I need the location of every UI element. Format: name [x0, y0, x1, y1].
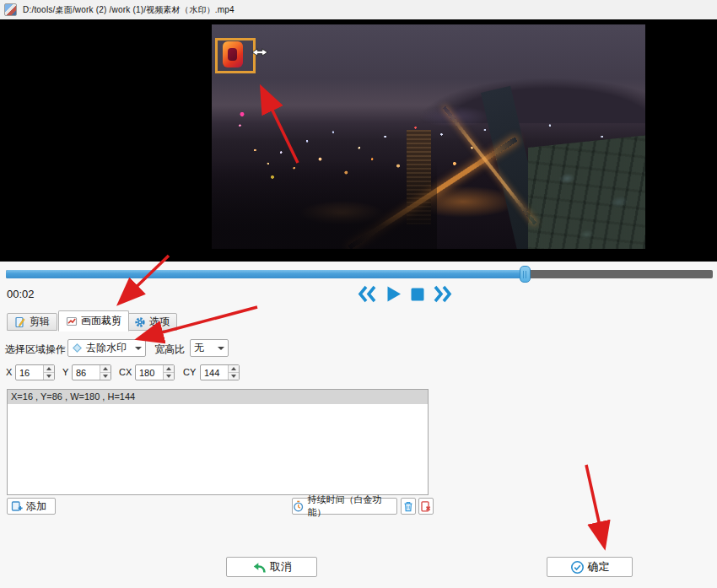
video-preview[interactable]: [212, 24, 645, 249]
clear-regions-button[interactable]: [418, 498, 434, 515]
check-circle-icon: [570, 560, 585, 575]
y-input[interactable]: [73, 365, 100, 380]
seek-handle[interactable]: [520, 266, 531, 283]
cx-input[interactable]: [136, 365, 163, 380]
delete-region-button[interactable]: [401, 498, 416, 515]
crop-icon: [66, 316, 78, 327]
trash-icon: [402, 500, 414, 513]
x-spinner[interactable]: [15, 364, 55, 380]
foreground-shadow: [212, 159, 437, 249]
cy-label: CY: [183, 367, 196, 377]
chevron-down-icon: [135, 347, 142, 350]
x-label: X: [6, 367, 12, 377]
stop-icon[interactable]: [409, 286, 426, 303]
forward-icon[interactable]: [432, 284, 453, 304]
spin-down-icon[interactable]: [44, 373, 54, 380]
add-region-button[interactable]: 添加: [7, 498, 56, 515]
spin-up-icon[interactable]: [44, 365, 54, 373]
spin-down-icon[interactable]: [100, 373, 111, 380]
aspect-value: 无: [194, 341, 204, 355]
add-file-icon: [11, 500, 23, 512]
tab-crop[interactable]: 画面裁剪: [58, 310, 129, 332]
spin-down-icon[interactable]: [164, 373, 174, 380]
eraser-icon: [72, 343, 83, 353]
region-list[interactable]: X=16 , Y=86 , W=180 , H=144: [7, 389, 429, 495]
list-item[interactable]: X=16 , Y=86 , W=180 , H=144: [8, 390, 428, 404]
region-op-label: 选择区域操作: [5, 343, 66, 357]
arrow-to-ok-button: [586, 465, 604, 545]
region-op-value: 去除水印: [86, 341, 127, 355]
aspect-dropdown[interactable]: 无: [190, 339, 229, 357]
seek-progress: [6, 270, 525, 278]
transport-controls: [357, 284, 453, 304]
cx-spinner[interactable]: [135, 364, 175, 380]
gear-icon: [134, 316, 146, 328]
duration-button[interactable]: 持续时间（白金功能）: [292, 498, 397, 515]
spin-up-icon[interactable]: [164, 365, 174, 373]
seek-bar[interactable]: [6, 270, 713, 278]
tab-options[interactable]: 选项: [127, 313, 177, 331]
app-icon: [4, 3, 17, 16]
cx-label: CX: [119, 367, 132, 377]
clear-list-icon: [420, 500, 432, 513]
watermark-selection-box[interactable]: [215, 38, 256, 73]
titlebar: D:/tools/桌面/work (2) /work (1)/视频素材（水印）.…: [0, 0, 717, 19]
cy-spinner[interactable]: [200, 364, 240, 380]
play-icon[interactable]: [384, 284, 403, 304]
app-window: D:/tools/桌面/work (2) /work (1)/视频素材（水印）.…: [0, 0, 717, 588]
aspect-label: 宽高比: [154, 343, 185, 357]
tab-edit[interactable]: 剪辑: [7, 313, 57, 331]
clock-icon: [293, 500, 304, 512]
spin-up-icon[interactable]: [100, 365, 111, 373]
resize-horizontal-icon: [251, 47, 269, 57]
window-title-path: D:/tools/桌面/work (2) /work (1)/视频素材（水印）.…: [23, 4, 235, 16]
spin-down-icon[interactable]: [229, 373, 239, 380]
video-letterbox: [0, 19, 717, 262]
office-logo-watermark: [223, 41, 243, 67]
cancel-button[interactable]: 取消: [226, 557, 317, 577]
time-label: 00:02: [7, 288, 35, 300]
ok-button[interactable]: 确定: [547, 557, 633, 577]
fields: [528, 134, 645, 249]
rewind-icon[interactable]: [357, 284, 378, 304]
y-label: Y: [62, 367, 68, 377]
region-op-dropdown[interactable]: 去除水印: [67, 339, 146, 357]
arrow-to-crop-tab: [121, 256, 169, 302]
undo-icon: [251, 561, 267, 574]
y-spinner[interactable]: [72, 364, 111, 380]
cy-input[interactable]: [201, 365, 228, 380]
spin-up-icon[interactable]: [229, 365, 239, 373]
edit-icon: [14, 316, 26, 328]
x-input[interactable]: [16, 365, 43, 380]
chevron-down-icon: [218, 347, 224, 350]
